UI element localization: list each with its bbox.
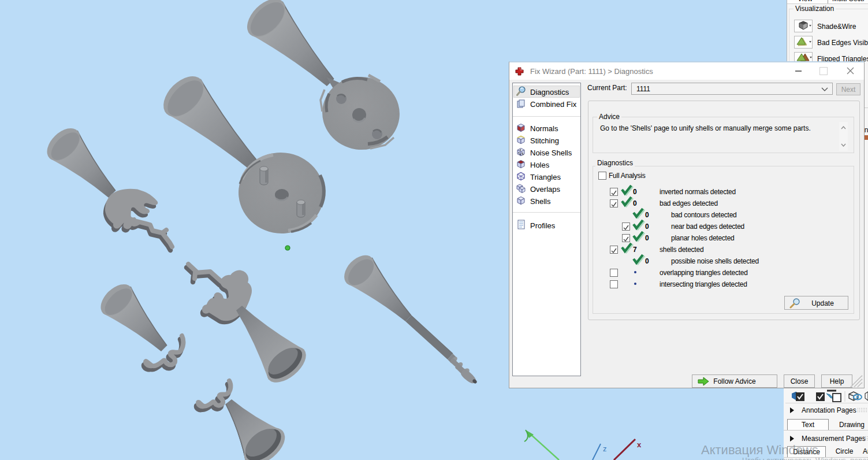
svg-text:x: x: [637, 440, 642, 449]
svg-text:z: z: [603, 444, 607, 453]
